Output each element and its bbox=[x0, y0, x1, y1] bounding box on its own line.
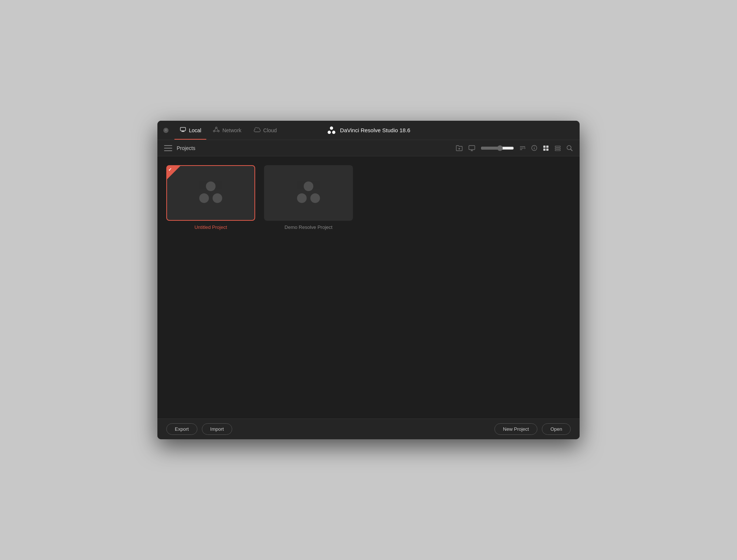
content-area: Untitled Project Demo Resolve Project bbox=[157, 156, 580, 419]
svg-rect-23 bbox=[543, 146, 546, 148]
zoom-range[interactable] bbox=[481, 145, 514, 151]
svg-point-4 bbox=[213, 130, 215, 132]
svg-rect-14 bbox=[469, 146, 475, 150]
svg-line-31 bbox=[571, 149, 573, 151]
search-icon[interactable] bbox=[566, 145, 573, 151]
svg-rect-26 bbox=[546, 149, 548, 151]
tab-cloud[interactable]: Cloud bbox=[248, 125, 282, 136]
projects-label: Projects bbox=[177, 145, 451, 151]
sort-icon[interactable] bbox=[519, 145, 526, 151]
project-thumbnail-demo[interactable] bbox=[264, 165, 353, 221]
monitor-icon[interactable] bbox=[468, 145, 476, 151]
svg-rect-0 bbox=[180, 127, 186, 131]
svg-rect-28 bbox=[555, 148, 560, 149]
svg-rect-27 bbox=[555, 146, 560, 147]
svg-line-6 bbox=[215, 128, 216, 130]
info-icon[interactable] bbox=[531, 145, 537, 151]
grid-view-icon[interactable] bbox=[543, 145, 549, 151]
network-icon bbox=[213, 126, 220, 134]
sidebar-toggle[interactable] bbox=[164, 145, 172, 151]
svg-point-11 bbox=[332, 130, 336, 134]
bottombar-right: New Project Open bbox=[494, 423, 571, 435]
svg-point-10 bbox=[328, 130, 331, 134]
svg-point-9 bbox=[330, 126, 333, 130]
bottombar: Export Import New Project Open bbox=[157, 419, 580, 439]
project-item-untitled[interactable]: Untitled Project bbox=[166, 165, 255, 230]
cloud-icon bbox=[253, 127, 261, 134]
tab-bar: Local Network bbox=[174, 124, 282, 137]
list-view-icon[interactable] bbox=[554, 145, 561, 151]
tab-local[interactable]: Local bbox=[174, 124, 206, 137]
tab-network[interactable]: Network bbox=[208, 124, 246, 137]
svg-point-34 bbox=[213, 193, 222, 203]
main-window: × Local bbox=[157, 121, 580, 439]
new-folder-icon[interactable] bbox=[456, 145, 463, 151]
svg-line-7 bbox=[217, 128, 218, 130]
svg-point-37 bbox=[310, 193, 320, 203]
import-button[interactable]: Import bbox=[202, 423, 233, 435]
svg-rect-1 bbox=[181, 131, 184, 132]
svg-rect-25 bbox=[543, 149, 546, 151]
project-logo-untitled bbox=[196, 178, 226, 208]
project-item-demo[interactable]: Demo Resolve Project bbox=[264, 165, 353, 230]
close-button[interactable]: × bbox=[163, 128, 169, 133]
local-icon bbox=[180, 126, 186, 134]
titlebar: × Local bbox=[157, 121, 580, 140]
app-logo bbox=[327, 126, 336, 135]
open-button[interactable]: Open bbox=[542, 423, 571, 435]
svg-point-35 bbox=[304, 181, 313, 191]
project-name-untitled: Untitled Project bbox=[194, 224, 227, 230]
svg-point-22 bbox=[534, 147, 535, 147]
new-project-button[interactable]: New Project bbox=[494, 423, 537, 435]
svg-point-3 bbox=[216, 127, 217, 129]
toolbar-actions bbox=[456, 145, 573, 151]
project-thumbnail-untitled[interactable] bbox=[166, 165, 255, 221]
tab-local-label: Local bbox=[189, 127, 201, 133]
bottombar-left: Export Import bbox=[166, 423, 232, 435]
selected-badge bbox=[167, 166, 180, 179]
svg-point-32 bbox=[206, 181, 216, 191]
tab-cloud-label: Cloud bbox=[263, 127, 277, 133]
toolbar: Projects bbox=[157, 140, 580, 156]
svg-point-36 bbox=[297, 193, 307, 203]
svg-rect-24 bbox=[546, 146, 548, 148]
project-logo-demo bbox=[294, 178, 323, 208]
project-name-demo: Demo Resolve Project bbox=[284, 224, 332, 230]
zoom-slider bbox=[481, 145, 514, 151]
svg-point-33 bbox=[199, 193, 209, 203]
projects-grid: Untitled Project Demo Resolve Project bbox=[166, 165, 571, 230]
export-button[interactable]: Export bbox=[166, 423, 197, 435]
svg-rect-29 bbox=[555, 150, 560, 151]
tab-network-label: Network bbox=[222, 127, 241, 133]
app-title: DaVinci Resolve Studio 18.6 bbox=[327, 126, 410, 135]
svg-point-5 bbox=[218, 130, 219, 132]
